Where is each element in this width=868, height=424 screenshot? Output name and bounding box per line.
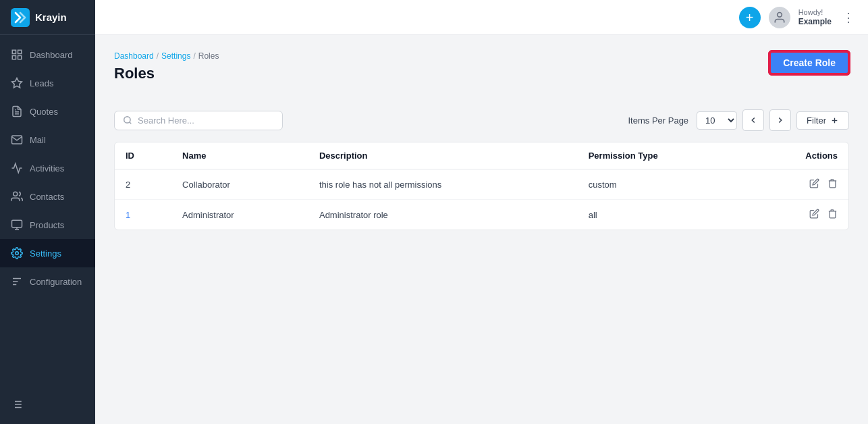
search-icon <box>123 115 132 125</box>
create-role-button[interactable]: Create Role <box>769 51 849 74</box>
contacts-icon <box>11 190 23 203</box>
sidebar-item-label: Configuration <box>30 277 82 287</box>
col-permission-type: Permission Type <box>578 142 748 169</box>
quotes-icon <box>11 105 23 117</box>
avatar[interactable] <box>769 7 790 28</box>
sidebar-item-extra[interactable] <box>0 390 95 419</box>
more-options-icon[interactable]: ⋮ <box>840 7 857 28</box>
next-page-button[interactable] <box>769 109 791 131</box>
chevron-left-icon <box>749 115 758 125</box>
toolbar-right: Items Per Page 10 25 50 100 <box>628 109 850 131</box>
dashboard-icon <box>11 49 23 61</box>
breadcrumb: Dashboard / Settings / Roles <box>114 51 219 61</box>
sidebar: Krayin Dashboard Leads Quotes <box>0 0 95 424</box>
sidebar-item-settings[interactable]: Settings <box>0 239 95 267</box>
toolbar: Items Per Page 10 25 50 100 <box>114 109 849 131</box>
activities-icon <box>11 162 23 174</box>
sidebar-item-label: Quotes <box>30 107 58 117</box>
sidebar-item-dashboard[interactable]: Dashboard <box>0 41 95 69</box>
logo-text: Krayin <box>35 11 67 23</box>
row-description: this role has not all permissions <box>308 169 578 200</box>
svg-marker-5 <box>12 78 22 88</box>
table-row: 2 Collaborator this role has not all per… <box>115 169 848 200</box>
row-name: Collaborator <box>171 169 308 200</box>
sidebar-item-label: Mail <box>30 135 46 145</box>
logo[interactable]: Krayin <box>0 0 95 35</box>
settings-icon <box>11 247 23 259</box>
svg-rect-9 <box>12 220 22 228</box>
breadcrumb-settings[interactable]: Settings <box>161 51 190 61</box>
search-input[interactable] <box>138 115 274 126</box>
sidebar-item-leads[interactable]: Leads <box>0 69 95 97</box>
user-info: Howdy! Example <box>798 7 832 28</box>
content-area: Dashboard / Settings / Roles Roles Creat… <box>95 35 868 424</box>
sidebar-item-activities[interactable]: Activities <box>0 154 95 182</box>
leads-icon <box>11 77 23 89</box>
main-area: + Howdy! Example ⋮ Dashboard / Settings … <box>95 0 868 424</box>
svg-point-22 <box>777 12 782 17</box>
sidebar-item-mail[interactable]: Mail <box>0 126 95 154</box>
krayin-logo-icon <box>11 8 30 27</box>
configuration-icon <box>11 275 23 288</box>
delete-icon[interactable] <box>828 209 838 221</box>
breadcrumb-roles: Roles <box>198 51 219 61</box>
svg-point-8 <box>13 192 18 196</box>
sidebar-item-label: Dashboard <box>30 50 73 60</box>
username-label: Example <box>798 17 832 28</box>
row-permission-type: custom <box>578 169 748 200</box>
col-actions: Actions <box>748 142 848 169</box>
sidebar-item-configuration[interactable]: Configuration <box>0 267 95 296</box>
col-description: Description <box>308 142 578 169</box>
edit-icon[interactable] <box>809 209 819 221</box>
sidebar-item-label: Contacts <box>30 192 64 202</box>
sidebar-item-contacts[interactable]: Contacts <box>0 182 95 211</box>
svg-point-12 <box>16 252 19 255</box>
filter-label: Filter <box>807 115 826 126</box>
sidebar-item-label: Activities <box>30 163 64 174</box>
row-name: Administrator <box>171 200 308 230</box>
row-id: 1 <box>115 200 171 230</box>
svg-line-24 <box>130 122 132 124</box>
items-per-page-label: Items Per Page <box>628 115 689 126</box>
row-actions <box>748 169 848 200</box>
chevron-right-icon <box>776 115 785 125</box>
sidebar-item-label: Settings <box>30 248 61 259</box>
svg-rect-3 <box>18 56 22 59</box>
sidebar-item-quotes[interactable]: Quotes <box>0 97 95 126</box>
row-actions <box>748 200 848 230</box>
roles-table: ID Name Description Permission Type Acti… <box>114 142 849 230</box>
filter-button[interactable]: Filter <box>796 111 849 130</box>
col-id: ID <box>115 142 171 169</box>
table-row: 1 Administrator Administrator role all <box>115 200 848 230</box>
prev-page-button[interactable] <box>742 109 764 131</box>
svg-rect-2 <box>18 50 22 53</box>
sidebar-navigation: Dashboard Leads Quotes Mail <box>0 35 95 424</box>
page-title: Roles <box>114 65 219 82</box>
filter-plus-icon <box>830 116 839 125</box>
svg-point-23 <box>124 117 130 123</box>
edit-icon[interactable] <box>809 178 819 190</box>
col-name: Name <box>171 142 308 169</box>
per-page-select[interactable]: 10 25 50 100 <box>697 111 737 130</box>
mail-icon <box>11 134 23 146</box>
products-icon <box>11 219 23 231</box>
search-box[interactable] <box>114 111 283 130</box>
add-button[interactable]: + <box>739 7 761 28</box>
list-icon <box>11 398 23 410</box>
row-permission-type: all <box>578 200 748 230</box>
svg-rect-4 <box>12 56 16 59</box>
row-id: 2 <box>115 169 171 200</box>
breadcrumb-dashboard[interactable]: Dashboard <box>114 51 154 61</box>
sidebar-item-label: Products <box>30 220 64 230</box>
sidebar-item-products[interactable]: Products <box>0 211 95 239</box>
howdy-label: Howdy! <box>798 7 832 17</box>
row-description: Administrator role <box>308 200 578 230</box>
topbar: + Howdy! Example ⋮ <box>95 0 868 35</box>
user-icon <box>773 11 786 24</box>
delete-icon[interactable] <box>828 178 838 190</box>
sidebar-item-label: Leads <box>30 78 53 88</box>
svg-rect-1 <box>12 50 16 53</box>
